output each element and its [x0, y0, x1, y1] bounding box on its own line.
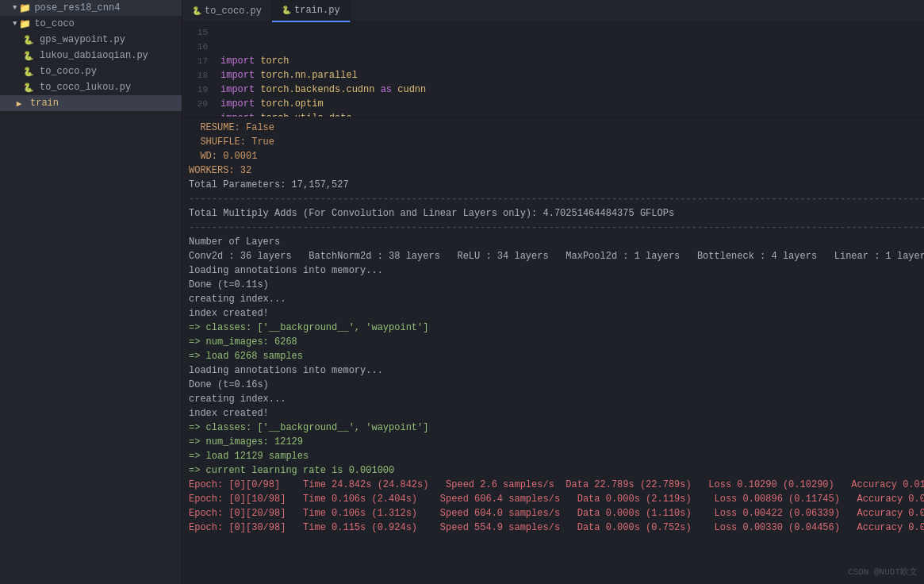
terminal-line: creating index...	[189, 292, 918, 306]
file-icon: 🐍	[22, 33, 35, 46]
tab-train[interactable]: 🐍 train.py	[272, 0, 351, 22]
terminal-line: creating index...	[189, 392, 918, 406]
tab-tococo[interactable]: 🐍 to_coco.py	[182, 0, 272, 22]
file-icon: 🐍	[22, 49, 35, 62]
sidebar-item-label: lukou_dabiaoqian.py	[40, 50, 148, 61]
terminal-line: Epoch: [0][10/98] Time 0.106s (2.404s) S…	[189, 492, 918, 506]
terminal-line: Done (t=0.16s)	[189, 378, 918, 392]
terminal-line: WORKERS: 32	[189, 163, 918, 178]
main-area: 🐍 to_coco.py 🐍 train.py 15 16 17 18 19 2…	[182, 0, 924, 584]
tab-label: to_coco.py	[205, 6, 262, 17]
terminal-line: index created!	[189, 406, 918, 421]
sidebar-item-tococo-lukou[interactable]: 🐍 to_coco_lukou.py	[0, 79, 182, 95]
sidebar-item-tococo[interactable]: ▼ 📁 to_coco	[0, 16, 182, 32]
terminal-line: ----------------------------------------…	[189, 192, 918, 206]
sidebar-item-label: train	[30, 98, 59, 109]
chevron-down-icon: ▼	[13, 20, 17, 28]
file-tab-icon: 🐍	[282, 6, 291, 15]
terminal-line: Number of Layers	[189, 235, 918, 249]
terminal-line: Total Parameters: 17,157,527	[189, 178, 918, 192]
sidebar-item-gps[interactable]: 🐍 gps_waypoint.py	[0, 32, 182, 48]
file-tab-icon: 🐍	[192, 6, 201, 16]
sidebar-item-tococo-file[interactable]: 🐍 to_coco.py	[0, 63, 182, 79]
line-numbers: 15 16 17 18 19 20	[182, 22, 214, 117]
sidebar-item-label: pose_res18_cnn4	[34, 2, 120, 13]
sidebar-item-pose[interactable]: ▼ 📁 pose_res18_cnn4	[0, 0, 182, 16]
folder-icon: 📁	[18, 2, 31, 14]
file-icon: 🐍	[22, 65, 35, 78]
terminal-line: Conv2d : 36 layers BatchNorm2d : 38 laye…	[189, 249, 918, 263]
terminal-line: Epoch: [0][0/98] Time 24.842s (24.842s) …	[189, 478, 918, 492]
run-icon: ▶	[13, 97, 25, 110]
terminal-line: WD: 0.0001	[189, 149, 918, 163]
chevron-down-icon: ▼	[13, 4, 17, 12]
terminal-line: => load 6268 samples	[189, 349, 918, 363]
sidebar-item-label: to_coco.py	[40, 66, 97, 77]
terminal-line: SHUFFLE: True	[189, 135, 918, 149]
terminal-line: Epoch: [0][30/98] Time 0.115s (0.924s) S…	[189, 521, 918, 535]
terminal-line: loading annotations into memory...	[189, 263, 918, 278]
terminal-line: Done (t=0.11s)	[189, 278, 918, 292]
code-area[interactable]: import torch import torch.nn.parallel im…	[214, 22, 924, 117]
sidebar-item-label: gps_waypoint.py	[40, 34, 125, 45]
sidebar-item-label: to_coco	[34, 18, 74, 29]
terminal-line: Total Multiply Adds (For Convolution and…	[189, 206, 918, 221]
sidebar-item-train[interactable]: ▶ train	[0, 95, 182, 111]
terminal-pane[interactable]: RESUME: False SHUFFLE: True WD: 0.0001WO…	[182, 117, 924, 584]
sidebar: ▼ 📁 pose_res18_cnn4 ▼ 📁 to_coco 🐍 gps_wa…	[0, 0, 182, 584]
tab-label: train.py	[294, 5, 340, 16]
terminal-line: => current learning rate is 0.001000	[189, 463, 918, 478]
terminal-line: => num_images: 12129	[189, 435, 918, 449]
folder-icon: 📁	[18, 17, 31, 30]
tab-bar: 🐍 to_coco.py 🐍 train.py	[182, 0, 924, 22]
terminal-line: => num_images: 6268	[189, 335, 918, 349]
watermark: CSDN @NUDT欧文	[848, 566, 918, 578]
editor-pane: 15 16 17 18 19 20 import torch import to…	[182, 22, 924, 117]
terminal-line: RESUME: False	[189, 121, 918, 135]
terminal-line: index created!	[189, 306, 918, 321]
terminal-line: => load 12129 samples	[189, 449, 918, 463]
terminal-line: => classes: ['__background__', 'waypoint…	[189, 421, 918, 435]
sidebar-item-label: to_coco_lukou.py	[40, 82, 131, 93]
sidebar-item-lukou[interactable]: 🐍 lukou_dabiaoqian.py	[0, 48, 182, 63]
terminal-line: ----------------------------------------…	[189, 221, 918, 235]
terminal-line: loading annotations into memory...	[189, 363, 918, 378]
terminal-line: => classes: ['__background__', 'waypoint…	[189, 321, 918, 335]
file-icon: 🐍	[22, 81, 35, 94]
terminal-line: Epoch: [0][20/98] Time 0.106s (1.312s) S…	[189, 506, 918, 521]
